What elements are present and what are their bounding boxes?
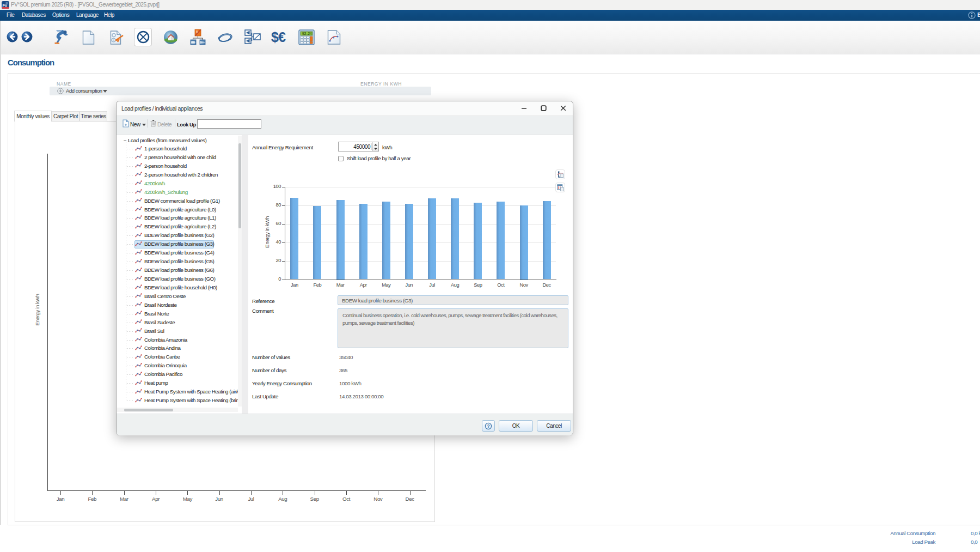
svg-text:PV: PV — [3, 4, 8, 8]
svg-text:?: ? — [487, 423, 490, 429]
svg-text:52.24: 52.24 — [302, 32, 312, 36]
